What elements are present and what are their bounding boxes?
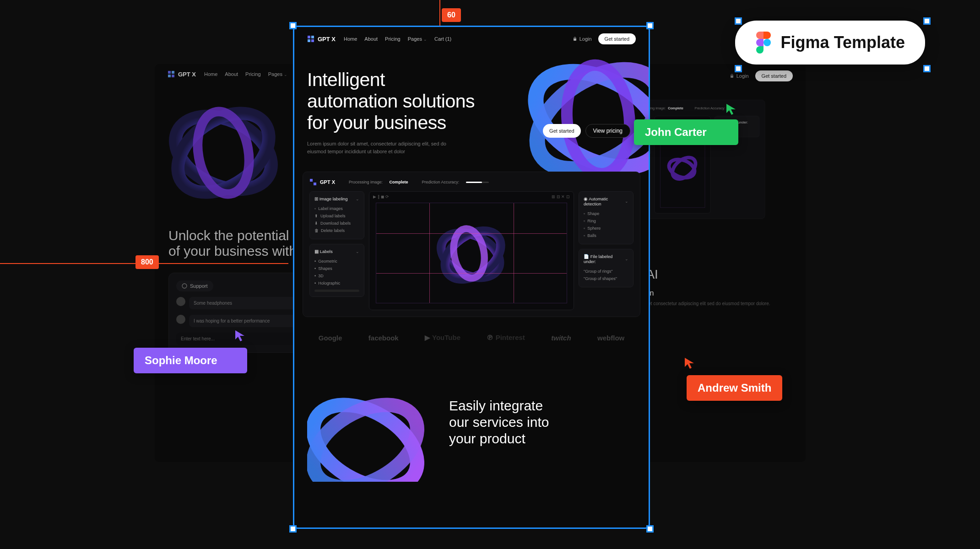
login-label: Login: [736, 73, 749, 79]
brand-name: GPT X: [178, 71, 196, 78]
panel-title: File labeled under:: [584, 254, 612, 264]
figma-template-badge[interactable]: Figma Template: [735, 21, 925, 65]
collaborator-cursor-sophie: Sophie Moore: [134, 329, 247, 373]
selection-handle[interactable]: [289, 525, 297, 533]
avatar: [176, 315, 185, 324]
list-item[interactable]: ▫ Sphere: [584, 225, 628, 232]
list-item[interactable]: ▫ Balls: [584, 232, 628, 239]
accuracy-status: Prediction Accuracy:: [422, 180, 489, 184]
figma-measure-left: 800: [135, 255, 159, 269]
processing-status: Processing image: Complete: [349, 180, 408, 184]
login-link[interactable]: Login: [730, 73, 749, 79]
panel-title: Labels: [320, 249, 333, 254]
svg-rect-4: [172, 75, 174, 77]
list-item[interactable]: ⬇ Download labels: [314, 220, 359, 227]
partner-logo: facebook: [368, 334, 399, 342]
partner-logo: twitch: [551, 334, 571, 342]
selection-handle[interactable]: [923, 17, 931, 25]
support-label: Support: [190, 283, 208, 289]
nav-home[interactable]: Home: [204, 71, 217, 77]
list-item[interactable]: • Shapes: [314, 265, 359, 272]
selection-handle[interactable]: [646, 525, 654, 533]
list-item[interactable]: ▫ Shape: [584, 210, 628, 217]
section-orb-graphic: [307, 363, 435, 482]
nav-home[interactable]: Home: [344, 36, 357, 42]
window-controls[interactable]: ⊞ ⊟ ✕ ⊡: [552, 194, 570, 199]
selection-handle[interactable]: [923, 65, 931, 72]
support-pill[interactable]: Support: [176, 280, 213, 291]
list-item[interactable]: • Geometric: [314, 258, 359, 265]
svg-rect-9: [731, 75, 733, 78]
svg-point-8: [182, 284, 187, 288]
svg-rect-2: [172, 71, 174, 74]
login-label: Login: [579, 36, 592, 42]
brand-logo[interactable]: GPT X: [307, 35, 336, 43]
partner-logo: Google: [319, 334, 342, 342]
figma-measure-top: 60: [442, 8, 461, 22]
svg-point-0: [763, 39, 771, 46]
file-labeled-panel: 📄 File labeled under:⌄ "Group of rings" …: [579, 249, 633, 287]
figma-measure-line-vertical: [439, 0, 440, 26]
nav-pricing[interactable]: Pricing: [245, 71, 261, 77]
image-labeling-panel: ⊞ Image labeling⌄ ▫ Label images ⬆ Uploa…: [309, 191, 364, 239]
image-viewer[interactable]: ▶ ‖ ◼ ⟳ ⊞ ⊟ ✕ ⊡: [369, 191, 574, 310]
brand-logo[interactable]: GPT X: [168, 70, 196, 78]
list-item[interactable]: ▫ Label images: [314, 205, 359, 212]
collaborator-cursor-john: John Carter: [634, 103, 738, 145]
get-started-button[interactable]: Get started: [755, 70, 793, 81]
dashboard-mockup: GPT X Processing image: Complete Predict…: [303, 172, 640, 317]
list-item: "Group of shapes": [584, 275, 628, 282]
list-item[interactable]: • 3D: [314, 272, 359, 280]
get-started-button[interactable]: Get started: [598, 33, 636, 44]
list-item[interactable]: 🗑 Delete labels: [314, 227, 359, 234]
svg-rect-18: [574, 38, 576, 41]
logo-icon: [309, 178, 317, 186]
brand-name: GPT X: [320, 179, 335, 185]
hero-view-pricing-button[interactable]: View pricing: [585, 124, 630, 138]
selection-handle[interactable]: [735, 17, 742, 25]
nav-pages[interactable]: Pages ⌄: [268, 71, 287, 77]
svg-rect-3: [168, 75, 171, 77]
nav-about[interactable]: About: [225, 71, 238, 77]
svg-rect-16: [308, 39, 310, 42]
list-item[interactable]: ▫ Ring: [584, 217, 628, 225]
viewer-canvas[interactable]: [376, 203, 567, 303]
detection-panel: ◉ Automatic detection⌄ ▫ Shape ▫ Ring ▫ …: [579, 191, 633, 244]
svg-rect-14: [308, 36, 310, 38]
list-item[interactable]: • Holographic: [314, 280, 359, 287]
orb-preview: [376, 203, 567, 303]
lock-icon: [730, 74, 734, 78]
list-item: "Group of rings": [584, 268, 628, 275]
viewer-toolbar: ▶ ‖ ◼ ⟳ ⊞ ⊟ ✕ ⊡: [369, 192, 574, 202]
selection-handle[interactable]: [289, 22, 297, 29]
design-frame-main[interactable]: GPT X Home About Pricing Pages ⌄ Cart (1…: [293, 26, 650, 529]
logo-icon: [168, 70, 175, 78]
svg-rect-22: [310, 179, 313, 182]
hero-subtitle: Lorem ipsum dolor sit amet, consectetur …: [307, 140, 454, 155]
nav-pages[interactable]: Pages ⌄: [408, 36, 427, 42]
partner-logo: webflow: [597, 334, 624, 342]
partner-logos-row: Google facebook ▶ YouTube ℗ Pinterest tw…: [294, 317, 649, 358]
selection-handle[interactable]: [735, 65, 742, 72]
hero-orb-graphic: [164, 93, 283, 212]
partner-logo: ▶ YouTube: [425, 334, 460, 342]
headset-icon: [182, 283, 187, 289]
cursor-pointer-icon: [234, 329, 247, 342]
labels-panel: ▦ Labels⌄ • Geometric • Shapes • 3D • Ho…: [309, 244, 364, 297]
login-link[interactable]: Login: [573, 36, 592, 42]
svg-point-13: [668, 153, 699, 183]
section-heading: Easily integrate our services into your …: [449, 398, 636, 447]
figma-logo-icon: [755, 32, 772, 54]
brand-logo: GPT X: [309, 178, 335, 186]
nav-about[interactable]: About: [364, 36, 378, 42]
selection-handle[interactable]: [646, 22, 654, 29]
panel-title: Image labeling: [319, 196, 348, 201]
nav-cart[interactable]: Cart (1): [434, 36, 451, 42]
lock-icon: [573, 37, 577, 41]
list-item[interactable]: ⬆ Upload labels: [314, 212, 359, 220]
hero-get-started-button[interactable]: Get started: [543, 124, 580, 138]
collaborator-name: Andrew Smith: [687, 375, 782, 401]
playback-controls[interactable]: ▶ ‖ ◼ ⟳: [373, 194, 389, 199]
nav-pricing[interactable]: Pricing: [385, 36, 401, 42]
top-nav: GPT X Home About Pricing Pages ⌄ Cart (1…: [294, 27, 649, 51]
